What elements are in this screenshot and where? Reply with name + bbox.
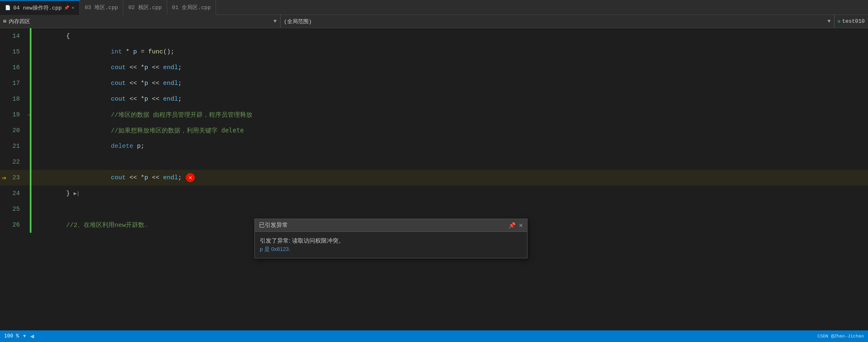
exception-title: 已引发异常 [259,222,288,229]
scope-icon: ⊞ [3,18,6,24]
modified-bar-25 [30,201,31,217]
line-number-21: 21 [0,143,25,150]
semi-16: ; [178,64,182,71]
scroll-left-icon[interactable]: ◀ [30,332,34,340]
global-scope-dropdown-icon[interactable]: ▼ [827,18,831,24]
code-line-17: 17 cout << *p << endl; [0,75,868,91]
semi-17: ; [178,80,182,87]
line-number-22: 22 [0,159,25,166]
exception-pin-button[interactable]: 📌 [508,222,516,229]
code-content-20: //如果想释放堆区的数据，利用关键字 delete [33,123,868,137]
function-end-marker: ▶| [74,190,79,197]
toolbar-function-scope[interactable]: ⊙ test010 [834,15,868,28]
line-number-25: 25 [0,206,25,213]
exception-body: 引发了异常: 读取访问权限冲突。 p 是 0x8123. [255,232,527,258]
var-p-21: p [137,143,141,150]
tab-label-global: 01 全局区.cpp [172,4,211,11]
modified-bar-14 [30,28,31,44]
cout-23: cout [111,174,126,181]
toolbar: ⊞ 内存四区 ▼ (全局范围) ▼ ⊙ test010 [0,15,868,28]
code-content-17: cout << *p << endl; [33,76,868,90]
tab-label-new-operator: 04 new操作符.cpp [13,4,62,12]
code-area[interactable]: 14 { 15 int * p = func(); 16 cout << *p … [0,28,868,330]
code-line-23: ⇒ 23 cout << *p << endl; ✕ [0,170,868,185]
op-stream2-18: << [152,96,159,103]
tab-close-new-operator[interactable]: ✕ [72,5,74,10]
exception-close-button[interactable]: ✕ [519,221,523,229]
code-content-19: //堆区的数据 由程序员管理开辟，程序员管理释放 [33,108,868,122]
code-content-18: cout << *p << endl; [33,92,868,106]
exception-line2: p 是 0x8123. [260,245,522,254]
pin-icon: 📌 [64,5,69,10]
op-stream-16: << [129,64,137,71]
tab-label-stack: 02 栈区.cpp [128,4,162,11]
kw-int-15: int [111,48,122,55]
code-line-19: 19 — //堆区的数据 由程序员管理开辟，程序员管理释放 [0,107,868,123]
var-p-23: p [144,174,148,181]
status-watermark: CSDN @Zhao-Jichao [818,334,864,339]
tab-label-heap: 03 堆区.cpp [85,4,118,11]
code-content-21: delete p; [33,139,868,153]
tab-stack[interactable]: 02 栈区.cpp [123,0,167,15]
line-number-24: 24 [0,190,25,197]
modified-bar-22 [30,154,31,170]
status-bar: 100 % ▼ ◀ CSDN @Zhao-Jichao [0,330,868,342]
op-stream2-17: << [152,80,159,87]
paren-15: (); [163,48,174,55]
zoom-dropdown[interactable]: ▼ [23,334,26,339]
modified-bar-18 [30,91,31,107]
line-number-17: 17 [0,80,25,87]
tab-heap[interactable]: 03 堆区.cpp [80,0,124,15]
comment-20: //如果想释放堆区的数据，利用关键字 delete [111,127,244,135]
line-number-20: 20 [0,127,25,134]
op-deref-18: * [141,96,144,103]
gutter-19: — [25,113,33,117]
modified-bar-21 [30,138,31,154]
cout-16: cout [111,64,126,71]
code-line-20: 20 //如果想释放堆区的数据，利用关键字 delete [0,123,868,138]
var-p-18: p [144,96,148,103]
modified-bar-26 [30,217,31,233]
code-line-22: 22 [0,154,868,170]
var-p-15: p [133,48,137,55]
brace-open: { [66,33,70,40]
comment-19: //堆区的数据 由程序员管理开辟，程序员管理释放 [111,111,252,119]
execution-arrow: ⇒ [2,173,6,182]
line-number-18: 18 [0,96,25,103]
toolbar-scope-selector[interactable]: ⊞ 内存四区 ▼ [0,15,281,28]
semi-18: ; [178,96,182,103]
endl-17: endl [163,80,178,87]
op-stream2-23: << [152,174,159,181]
cout-17: cout [111,80,126,87]
op-eq-15: = [141,48,144,55]
toolbar-global-scope[interactable]: (全局范围) ▼ [281,15,834,28]
modified-bar-24 [30,185,31,201]
scope-label: 内存四区 [9,18,30,25]
code-line-16: 16 cout << *p << endl; [0,60,868,75]
line-number-26: 26 [0,222,25,229]
exception-line1: 引发了异常: 读取访问权限冲突。 [260,236,522,245]
line-number-19: 19 [0,111,25,118]
op-deref-16: * [141,64,144,71]
code-line-21: 21 delete p; [0,138,868,154]
op-star-15: * [126,48,129,55]
exception-header: 已引发异常 📌 ✕ [255,219,527,232]
brace-close-24: } [66,190,74,197]
code-line-24: 24 } ▶| [0,185,868,201]
modified-bar-17 [30,75,31,91]
scope-dropdown-icon[interactable]: ▼ [273,18,277,24]
fn-func-15: func [148,48,163,55]
code-content-15: int * p = func(); [33,45,868,59]
tab-global[interactable]: 01 全局区.cpp [167,0,216,15]
code-line-14: 14 { [0,28,868,44]
global-scope-label: (全局范围) [284,18,312,25]
code-line-25: 25 [0,201,868,217]
tab-new-operator[interactable]: 📄 04 new操作符.cpp 📌 ✕ [0,0,80,15]
zoom-level: 100 % [4,333,19,339]
op-stream2-16: << [152,64,159,71]
op-deref-17: * [141,80,144,87]
exception-popup: 已引发异常 📌 ✕ 引发了异常: 读取访问权限冲突。 p 是 0x8123. [254,219,528,258]
endl-18: endl [163,96,178,103]
comment-ellipsis: … [144,222,148,229]
code-line-15: 15 int * p = func(); [0,44,868,60]
